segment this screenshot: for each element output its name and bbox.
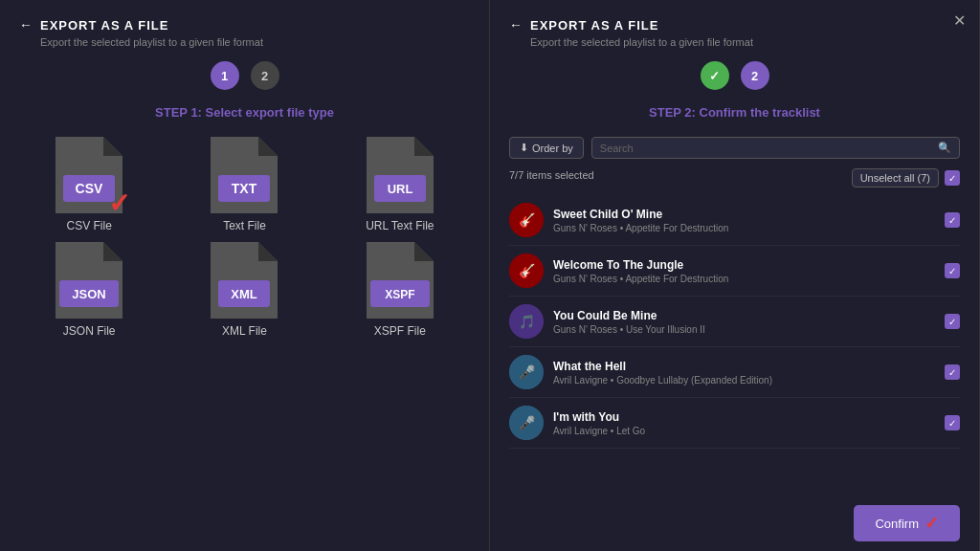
track-item: 🎤 I'm with You Avril Lavigne • Let Go ✓ xyxy=(509,398,960,449)
track-info: Sweet Child O' Mine Guns N' Roses • Appe… xyxy=(553,208,935,233)
track-avatar: 🎸 xyxy=(509,203,544,237)
track-sub: Guns N' Roses • Appetite For Destruction xyxy=(553,223,935,233)
track-title: Welcome To The Jungle xyxy=(553,258,935,272)
svg-text:🎸: 🎸 xyxy=(519,263,536,279)
confirm-label: Confirm xyxy=(875,517,919,531)
json-file-icon: JSON xyxy=(56,242,122,319)
csv-checkmark: ✓ xyxy=(108,190,130,217)
confirm-checkmark-icon: ✓ xyxy=(924,513,939,534)
search-icon[interactable]: 🔍 xyxy=(938,142,951,154)
xspf-file-icon: XSPF xyxy=(367,242,434,319)
track-title: Sweet Child O' Mine xyxy=(553,208,935,221)
left-subtitle: Export the selected playlist to a given … xyxy=(40,36,470,48)
svg-text:🎵: 🎵 xyxy=(519,314,536,330)
right-steps: ✓ 2 xyxy=(509,61,960,90)
xml-label: XML File xyxy=(222,324,267,338)
csv-label: CSV File xyxy=(66,219,111,232)
select-all-checkbox[interactable]: ✓ xyxy=(945,170,960,186)
track-item: 🎸 Sweet Child O' Mine Guns N' Roses • Ap… xyxy=(509,195,960,246)
svg-text:🎤: 🎤 xyxy=(519,415,536,431)
order-bar: ⬇ Order by Search 🔍 xyxy=(509,137,960,159)
left-title: EXPORT AS A FILE xyxy=(40,18,168,33)
selected-info: 7/7 items selected xyxy=(509,169,594,181)
txt-file-icon: TXT xyxy=(211,137,278,213)
step2-circle: 2 xyxy=(251,61,279,90)
xspf-label: XSPF File xyxy=(374,324,426,338)
json-file-item[interactable]: JSON JSON File xyxy=(19,242,159,338)
track-checkbox[interactable]: ✓ xyxy=(945,212,960,228)
confirm-bar: Confirm ✓ xyxy=(490,496,979,551)
track-sub: Avril Lavigne • Goodbye Lullaby (Expande… xyxy=(553,375,935,386)
track-info: What the Hell Avril Lavigne • Goodbye Lu… xyxy=(553,360,935,386)
svg-marker-5 xyxy=(258,137,278,156)
json-label: JSON File xyxy=(63,324,116,338)
svg-text:XSPF: XSPF xyxy=(385,288,414,301)
svg-text:URL: URL xyxy=(387,182,412,196)
search-box: Search 🔍 xyxy=(591,137,960,159)
right-panel: ✕ ← EXPORT AS A FILE Export the selected… xyxy=(490,0,980,551)
search-text: Search xyxy=(600,143,634,154)
order-by-button[interactable]: ⬇ Order by xyxy=(509,137,584,159)
svg-text:🎸: 🎸 xyxy=(519,212,536,229)
svg-marker-9 xyxy=(414,137,434,156)
sort-icon: ⬇ xyxy=(520,142,528,154)
svg-text:🎤: 🎤 xyxy=(519,364,536,381)
track-avatar: 🎤 xyxy=(509,406,544,440)
svg-text:TXT: TXT xyxy=(232,181,257,196)
track-checkbox[interactable]: ✓ xyxy=(945,263,960,278)
track-title: I'm with You xyxy=(553,410,935,424)
track-list: 🎸 Sweet Child O' Mine Guns N' Roses • Ap… xyxy=(509,195,960,449)
left-panel: ← EXPORT AS A FILE Export the selected p… xyxy=(0,0,490,551)
track-sub: Guns N' Roses • Appetite For Destruction xyxy=(553,274,935,284)
step2-active-circle: 2 xyxy=(741,61,769,90)
track-info: I'm with You Avril Lavigne • Let Go xyxy=(553,410,935,436)
order-by-label: Order by xyxy=(532,143,573,154)
selected-row: 7/7 items selected Unselect all (7) ✓ xyxy=(509,168,960,187)
step1-done-circle: ✓ xyxy=(701,61,729,90)
track-sub: Avril Lavigne • Let Go xyxy=(553,426,935,436)
svg-marker-17 xyxy=(258,242,278,261)
right-step-label: STEP 2: Confirm the tracklist xyxy=(509,105,960,120)
right-subtitle: Export the selected playlist to a given … xyxy=(530,36,960,48)
svg-text:JSON: JSON xyxy=(72,287,105,301)
right-header: ← EXPORT AS A FILE xyxy=(509,17,960,33)
track-checkbox[interactable]: ✓ xyxy=(945,314,960,329)
left-step-label: STEP 1: Select export file type xyxy=(19,105,470,120)
svg-marker-13 xyxy=(103,242,122,261)
track-sub: Guns N' Roses • Use Your Illusion II xyxy=(553,324,935,335)
left-header: ← EXPORT AS A FILE xyxy=(19,17,470,33)
right-back-arrow[interactable]: ← xyxy=(509,17,523,33)
track-checkbox[interactable]: ✓ xyxy=(945,364,960,380)
file-type-grid: CSV ✓ CSV File TXT Text File xyxy=(19,137,470,338)
track-avatar: 🎸 xyxy=(509,253,544,288)
svg-marker-21 xyxy=(414,242,434,261)
xspf-file-item[interactable]: XSPF XSPF File xyxy=(330,242,470,338)
track-checkbox[interactable]: ✓ xyxy=(945,415,960,430)
track-item: 🎤 What the Hell Avril Lavigne • Goodbye … xyxy=(509,347,960,398)
svg-marker-1 xyxy=(103,137,122,156)
track-item: 🎸 Welcome To The Jungle Guns N' Roses • … xyxy=(509,246,960,297)
track-item: 🎵 You Could Be Mine Guns N' Roses • Use … xyxy=(509,297,960,347)
txt-file-item[interactable]: TXT Text File xyxy=(174,137,314,232)
right-title: EXPORT AS A FILE xyxy=(530,18,658,33)
track-title: You Could Be Mine xyxy=(553,309,935,322)
url-file-icon: URL xyxy=(367,137,434,213)
svg-text:CSV: CSV xyxy=(76,181,103,196)
unselect-all-button[interactable]: Unselect all (7) xyxy=(852,168,939,187)
track-info: Welcome To The Jungle Guns N' Roses • Ap… xyxy=(553,258,935,284)
url-file-item[interactable]: URL URL Text File xyxy=(330,137,470,232)
track-title: What the Hell xyxy=(553,360,935,373)
track-info: You Could Be Mine Guns N' Roses • Use Yo… xyxy=(553,309,935,335)
left-steps: 1 2 xyxy=(19,61,470,90)
txt-label: Text File xyxy=(223,219,266,232)
track-avatar: 🎤 xyxy=(509,355,544,389)
csv-file-item[interactable]: CSV ✓ CSV File xyxy=(19,137,159,232)
url-label: URL Text File xyxy=(366,219,434,232)
xml-file-icon: XML xyxy=(211,242,278,319)
close-button[interactable]: ✕ xyxy=(953,11,966,30)
confirm-button[interactable]: Confirm ✓ xyxy=(854,505,960,541)
left-back-arrow[interactable]: ← xyxy=(19,17,33,33)
xml-file-item[interactable]: XML XML File xyxy=(174,242,314,338)
step1-circle[interactable]: 1 xyxy=(211,61,239,90)
svg-text:XML: XML xyxy=(232,287,258,301)
